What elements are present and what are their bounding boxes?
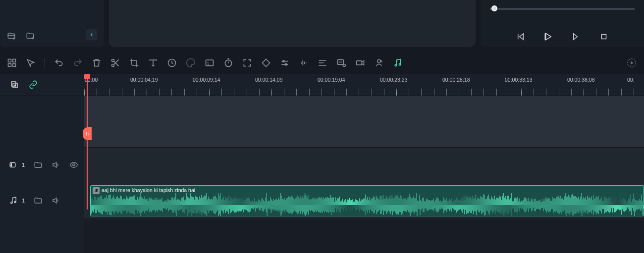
svg-point-10 [112,59,114,62]
audio-track-number: 1 [22,198,25,203]
camera-icon[interactable] [355,58,365,68]
time-ruler[interactable]: 00:0000:00:04;1900:00:09;1400:00:14;0900… [84,74,644,96]
audio-adjust-icon[interactable] [299,58,309,68]
crop-icon[interactable] [129,58,139,68]
new-folder-icon[interactable] [7,31,16,40]
music-track-icon[interactable] [9,196,18,205]
folder-icon[interactable] [34,160,43,169]
video-track-body[interactable] [84,147,644,183]
remove-folder-icon[interactable] [26,31,35,40]
playback-panel [481,0,644,47]
playhead[interactable] [87,74,88,209]
folder-icon[interactable] [34,196,43,205]
media-panel-footer [0,0,104,47]
svg-rect-8 [8,64,11,67]
play-icon[interactable] [544,32,553,41]
svg-rect-23 [357,61,362,65]
play-forward-icon[interactable] [572,32,581,41]
palette-icon[interactable] [186,58,196,68]
svg-marker-2 [546,33,551,40]
align-icon[interactable] [318,58,327,68]
svg-rect-7 [13,59,16,62]
stopwatch-icon[interactable] [223,58,233,68]
timeline: 00:0000:00:04;1900:00:09;1400:00:14;0900… [0,74,644,96]
grid-icon[interactable] [7,58,17,68]
svg-point-26 [399,64,401,65]
svg-rect-5 [602,35,606,39]
add-track-icon[interactable] [10,80,19,89]
ruler-label: 00:00:38;08 [567,77,594,83]
ruler-label: 00:00:23;23 [380,77,407,83]
svg-point-32 [73,164,75,166]
render-icon[interactable] [626,57,637,68]
toolbar-separator [45,58,45,68]
eye-icon[interactable] [69,160,78,169]
track-head-spacer [0,96,84,147]
ruler-label: 00: [627,77,635,83]
audio-track-body[interactable]: aaj bhi mere khayalon ki tapish zinda ha… [84,183,644,218]
track-area-spacer[interactable] [84,96,644,147]
video-track-row: 1 [0,147,644,183]
timeline-toolbar [0,52,644,74]
svg-marker-4 [574,34,578,40]
video-track-number: 1 [22,162,25,168]
ruler-label: 00:00:19;04 [318,77,345,83]
track-head-bottom [0,218,84,253]
svg-rect-15 [206,60,214,66]
keyframe-icon[interactable] [261,58,271,68]
audio-track-head: 1 [0,183,84,218]
video-track-head: 1 [0,147,84,183]
step-back-icon[interactable] [516,32,525,41]
ruler-head [0,74,84,96]
subtitle-icon[interactable] [336,58,346,68]
scissors-icon[interactable] [110,58,120,68]
waveform [91,193,644,216]
text-icon[interactable] [148,58,158,68]
speaker-icon[interactable] [52,196,60,205]
svg-rect-9 [13,64,16,67]
fit-icon[interactable] [242,58,252,68]
svg-point-34 [14,202,16,203]
audio-clip[interactable]: aaj bhi mere khayalon ki tapish zinda ha… [90,185,644,216]
ruler-label: 00:00:28;18 [442,77,470,83]
ruler-label: 00:00:04;19 [130,77,158,83]
svg-point-25 [395,64,396,66]
ruler-label: 00:00:33;13 [505,77,532,83]
speaker-icon[interactable] [52,160,60,169]
speed-icon[interactable] [167,58,177,68]
voice-icon[interactable] [374,58,384,68]
svg-point-11 [112,64,114,67]
audio-track-row: 1 aaj bhi mere khayalon ki tapish zinda … [0,183,644,218]
link-icon[interactable] [29,80,38,89]
track-area-bottom[interactable] [84,218,644,253]
ruler-label: 00:00:09;14 [193,77,220,83]
svg-point-33 [11,202,12,203]
music-beat-icon[interactable] [393,58,403,68]
caption-icon[interactable] [205,58,215,68]
progress-slider[interactable] [489,8,635,10]
sliders-icon[interactable] [280,58,290,68]
collapse-panel-button[interactable] [86,29,97,40]
svg-rect-6 [8,59,11,62]
svg-point-36 [97,191,98,192]
svg-rect-31 [10,163,15,167]
progress-thumb[interactable] [491,5,497,11]
svg-point-24 [377,59,381,63]
stop-icon[interactable] [599,32,608,41]
trash-icon[interactable] [92,58,102,68]
svg-marker-28 [631,61,634,64]
cursor-icon[interactable] [26,58,36,68]
redo-icon[interactable] [73,58,83,68]
video-track-icon[interactable] [9,160,18,169]
undo-icon[interactable] [54,58,64,68]
ruler-label: 00:00:14;09 [255,77,282,83]
transport-controls [489,28,635,42]
preview-panel [109,0,476,47]
svg-point-22 [343,64,345,67]
svg-marker-0 [520,34,524,40]
